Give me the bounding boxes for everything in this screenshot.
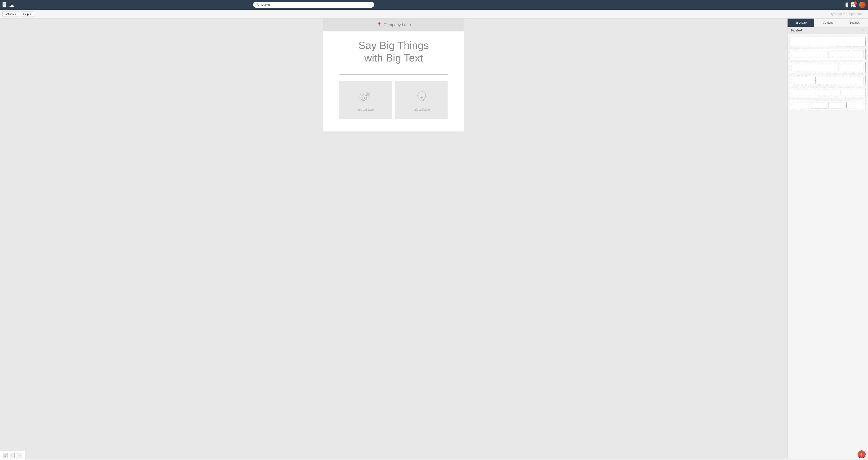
layout-cell <box>816 90 839 96</box>
notifications-button[interactable]: 💬 0 <box>851 2 856 7</box>
layout-cell-narrow <box>840 64 864 71</box>
actions-button[interactable]: Actions ▼ <box>2 11 19 17</box>
layout-2col-narrow-wide[interactable] <box>790 75 866 86</box>
section-standard-header[interactable]: Standard ▲ <box>787 27 868 34</box>
actions-label: Actions <box>5 12 14 15</box>
canvas-body: Say Big Things with Big Text <box>323 31 464 131</box>
image-block-2-label: add a picture <box>414 108 430 111</box>
right-panel: Structure Content Settings Standard ▲ <box>787 19 868 459</box>
layout-4col[interactable] <box>790 100 866 110</box>
help-toolbar-button[interactable]: Help ▼ <box>21 11 34 17</box>
layout-2col-equal[interactable] <box>790 49 866 60</box>
hamburger-menu[interactable]: ☰ <box>2 2 6 7</box>
email-canvas: 📍 Company Logo Say Big Things with Big T… <box>0 19 787 459</box>
layout-1col[interactable] <box>790 37 866 47</box>
layout-options <box>787 34 868 113</box>
main-layout: 📍 Company Logo Say Big Things with Big T… <box>0 19 868 459</box>
svg-point-0 <box>361 95 366 101</box>
layout-2col-unequal[interactable] <box>790 62 866 73</box>
svg-point-1 <box>363 97 365 99</box>
panel-tabs: Structure Content Settings <box>787 19 868 27</box>
canvas-headline[interactable]: Say Big Things with Big Text <box>359 39 429 64</box>
canvas-image-block-1[interactable]: add a picture <box>339 80 392 119</box>
help-button[interactable]: ? <box>845 2 848 7</box>
svg-point-2 <box>366 92 370 96</box>
notification-badge: 0 <box>854 1 857 5</box>
layout-cell <box>841 90 864 96</box>
exit-button[interactable]: ⎋ <box>858 450 866 458</box>
layout-cell <box>828 102 846 108</box>
app-logo: ☁ <box>9 2 14 8</box>
actions-chevron-icon: ▼ <box>14 13 17 15</box>
layout-cell <box>792 90 815 96</box>
tab-settings[interactable]: Settings <box>841 19 868 27</box>
image-block-1-label: add a picture <box>358 108 374 111</box>
lightbulb-icon <box>414 89 430 105</box>
search-icon: 🔍 <box>256 3 259 6</box>
undo-button[interactable]: ↺ <box>3 453 7 458</box>
layout-cell-wide <box>817 77 864 84</box>
section-chevron-icon: ▲ <box>863 29 865 32</box>
tab-structure[interactable]: Structure <box>787 19 814 27</box>
svg-point-3 <box>367 93 369 95</box>
canvas-logo-text: Company Logo <box>383 23 411 27</box>
section-standard-title: Standard <box>790 29 802 32</box>
forward-button[interactable]: → <box>17 453 22 458</box>
canvas-logo-header[interactable]: 📍 Company Logo <box>323 19 464 31</box>
gear-icon <box>358 89 374 105</box>
exit-icon: ⎋ <box>861 452 863 457</box>
layout-cell-narrow <box>792 77 815 84</box>
help-chevron-icon: ▼ <box>29 13 31 15</box>
avatar-image <box>859 2 866 8</box>
layout-cell <box>829 51 864 58</box>
back-button[interactable]: ← <box>10 453 15 458</box>
bottom-toolbar: ↺ ← → <box>0 451 25 460</box>
editor-toolbar: Actions ▼ Help ▼ type your subject line.… <box>0 10 868 19</box>
layout-cell <box>810 102 827 108</box>
canvas-image-row: add a picture add a picture <box>339 80 448 119</box>
search-input[interactable] <box>261 3 371 6</box>
search-bar: 🔍 <box>253 2 374 8</box>
top-navigation: ☰ ☁ 🔍 ? 💬 0 <box>0 0 868 10</box>
layout-cell <box>792 102 809 108</box>
canvas-image-block-2[interactable]: add a picture <box>395 80 448 119</box>
layout-cell <box>846 102 864 108</box>
logo-pin-icon: 📍 <box>376 22 382 27</box>
layout-cell-wide <box>792 64 839 71</box>
layout-3col[interactable] <box>790 88 866 98</box>
tab-content[interactable]: Content <box>814 19 841 27</box>
help-label: Help <box>23 12 29 15</box>
nav-right-actions: ? 💬 0 <box>845 2 866 8</box>
layout-cell <box>792 51 827 58</box>
subject-line-placeholder[interactable]: type your subject line... <box>831 12 866 16</box>
user-avatar[interactable] <box>859 2 866 8</box>
hamburger-icon: ☰ <box>3 3 6 7</box>
